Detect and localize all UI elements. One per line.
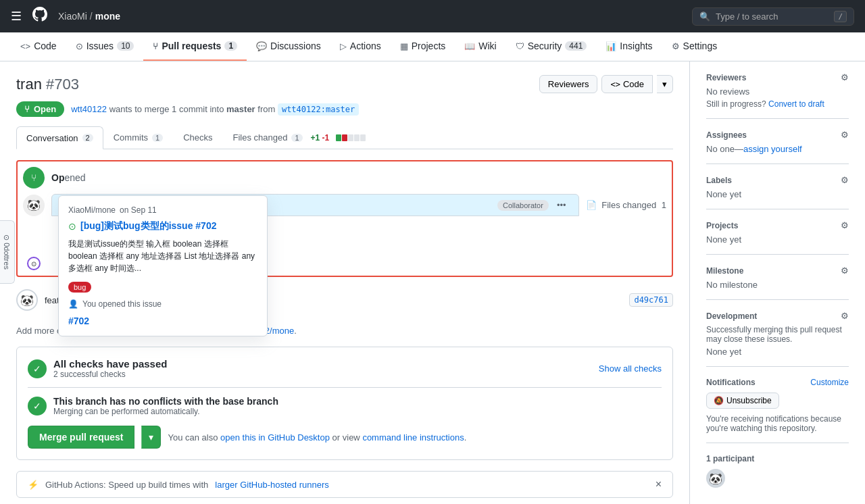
commit-hash-link[interactable]: d49c761 — [629, 293, 673, 307]
closed-icon: ⊙ — [27, 257, 41, 270]
collaborator-section: Collaborator ••• — [497, 199, 570, 211]
commits-tab-label: Commits — [114, 132, 148, 143]
search-shortcut: / — [834, 11, 847, 22]
reviewers-gear-icon[interactable]: ⚙ — [841, 72, 849, 82]
pr-open-icon: ⑂ — [23, 167, 45, 188]
promo-link[interactable]: larger GitHub-hosted runners — [215, 480, 328, 490]
conversation-tab-label: Conversation — [26, 133, 78, 143]
pr-status-badge: ⑂ Open — [16, 101, 64, 117]
projects-label: Projects — [706, 221, 738, 230]
assignees-label: Assignees — [706, 130, 747, 140]
nav-projects-label: Projects — [412, 41, 446, 51]
nav-item-insights[interactable]: 📊 Insights — [596, 32, 662, 61]
assignees-gear-icon[interactable]: ⚙ — [841, 130, 849, 140]
pr-avatar: 🐼 — [27, 199, 41, 211]
convert-to-draft: Still in progress? Convert to draft — [706, 99, 849, 109]
tooltip-issue-link[interactable]: #702 — [68, 316, 257, 326]
reviewers-value: No reviews — [706, 86, 849, 97]
nav-item-actions[interactable]: ▷ Actions — [330, 32, 391, 61]
nav-issues-label: Issues — [86, 41, 114, 51]
customize-notifications-link[interactable]: Customize — [810, 378, 849, 387]
participants-count: 1 participant — [706, 454, 849, 463]
checks-tab-label: Checks — [183, 132, 212, 143]
repo-nav: <> Code ⊙ Issues 10 ⑂ Pull requests 1 💬 … — [0, 32, 865, 61]
nav-wiki-label: Wiki — [478, 41, 496, 51]
open-desktop-link[interactable]: open this in GitHub Desktop — [220, 432, 330, 443]
code-button[interactable]: <> Code — [601, 75, 653, 93]
code-dropdown-button[interactable]: ▾ — [657, 75, 673, 93]
milestone-gear-icon[interactable]: ⚙ — [841, 266, 849, 276]
bell-off-icon: 🔕 — [714, 396, 724, 405]
dots-menu-icon[interactable]: ••• — [553, 199, 570, 211]
merge-button[interactable]: Merge pull request — [28, 426, 134, 449]
development-section: Development ⚙ Successfully merging this … — [706, 311, 849, 367]
search-label: Type / to search — [716, 11, 829, 22]
convert-to-draft-link[interactable]: Convert to draft — [768, 99, 824, 109]
nav-item-discussions[interactable]: 💬 Discussions — [247, 32, 330, 61]
milestone-section: Milestone ⚙ No milestone — [706, 266, 849, 300]
projects-icon: ▦ — [400, 41, 408, 51]
assign-yourself-link[interactable]: assign yourself — [743, 144, 802, 154]
hamburger-icon[interactable]: ☰ — [11, 9, 22, 24]
milestone-value: No milestone — [706, 280, 849, 290]
merge-dropdown-button[interactable]: ▾ — [141, 426, 161, 449]
nav-item-projects[interactable]: ▦ Projects — [391, 32, 455, 61]
security-badge: 441 — [565, 41, 587, 51]
tab-checks[interactable]: Checks — [173, 126, 222, 149]
participant-avatar: 🐼 — [706, 469, 725, 488]
issues-badge: 10 — [117, 41, 134, 51]
breadcrumb: XiaoMi / mone — [58, 11, 120, 22]
pr-author-link[interactable]: wtt40122 — [71, 104, 107, 114]
settings-icon: ⚙ — [672, 41, 680, 51]
tooltip-title-row: ⊙ [bug]测试bug类型的issue #702 — [68, 220, 257, 232]
nav-item-code[interactable]: <> Code — [11, 32, 66, 61]
notification-desc: You're receiving notifications because y… — [706, 414, 849, 433]
projects-section: Projects ⚙ None yet — [706, 220, 849, 255]
diff-bar — [336, 134, 366, 141]
tab-files-changed[interactable]: Files changed 1 +1 -1 — [223, 126, 376, 149]
tooltip-author: XiaoMi/mone — [68, 205, 116, 215]
nav-item-wiki[interactable]: 📖 Wiki — [455, 32, 505, 61]
development-note: Successfully merging this pull request m… — [706, 325, 849, 344]
nav-item-issues[interactable]: ⊙ Issues 10 — [66, 32, 144, 61]
milestone-label: Milestone — [706, 266, 743, 276]
command-line-link[interactable]: command line instructions — [362, 432, 464, 443]
promo-close-button[interactable]: × — [656, 478, 662, 490]
person-icon: 👤 — [68, 299, 78, 309]
edit-button[interactable]: Reviewers — [539, 75, 598, 93]
unsubscribe-button[interactable]: 🔕 Unsubscribe — [706, 393, 779, 409]
actions-icon: ▷ — [340, 41, 347, 51]
tooltip-date: on Sep 11 — [120, 205, 157, 215]
nav-actions-label: Actions — [350, 41, 381, 51]
show-all-checks-link[interactable]: Show all checks — [599, 363, 662, 374]
search-icon: 🔍 — [699, 11, 710, 22]
search-box[interactable]: 🔍 Type / to search / — [692, 7, 854, 26]
labels-value: None yet — [706, 189, 849, 199]
branch-ok-label: This branch has no conflicts with the ba… — [53, 396, 278, 407]
labels-gear-icon[interactable]: ⚙ — [841, 175, 849, 185]
nav-item-security[interactable]: 🛡 Security 441 — [506, 32, 597, 61]
sidebar-toggle-label: ⊙ 0dottres — [3, 234, 11, 270]
pr-status-icon: ⑂ — [24, 104, 30, 114]
pr-open-label: Opened — [51, 172, 86, 183]
projects-gear-icon[interactable]: ⚙ — [841, 220, 849, 230]
development-gear-icon[interactable]: ⚙ — [841, 311, 849, 321]
breadcrumb-user[interactable]: XiaoMi — [58, 11, 87, 22]
nav-item-pull-requests[interactable]: ⑂ Pull requests 1 — [143, 32, 247, 61]
reviewers-section: Reviewers ⚙ No reviews Still in progress… — [706, 72, 849, 119]
nav-insights-label: Insights — [620, 41, 652, 51]
development-label: Development — [706, 311, 757, 321]
nav-item-settings[interactable]: ⚙ Settings — [662, 32, 727, 61]
unsubscribe-label: Unsubscribe — [726, 396, 772, 405]
left-sidebar-toggle[interactable]: ⊙ 0dottres — [0, 220, 15, 284]
tab-commits[interactable]: Commits 1 — [103, 126, 173, 149]
breadcrumb-repo[interactable]: mone — [95, 11, 120, 22]
lightning-icon: ⚡ — [28, 480, 39, 490]
nav-discussions-label: Discussions — [270, 41, 321, 51]
pr-meta: wtt40122 wants to merge 1 commit into ma… — [71, 104, 359, 114]
files-changed-label: Files changed — [601, 200, 656, 210]
tab-conversation[interactable]: Conversation 2 — [16, 126, 103, 149]
topbar: ☰ XiaoMi / mone 🔍 Type / to search / — [0, 0, 865, 32]
tooltip-opened-by: 👤 You opened this issue — [68, 299, 257, 309]
pr-meta-text: wants to merge 1 commit into master from — [109, 104, 278, 114]
